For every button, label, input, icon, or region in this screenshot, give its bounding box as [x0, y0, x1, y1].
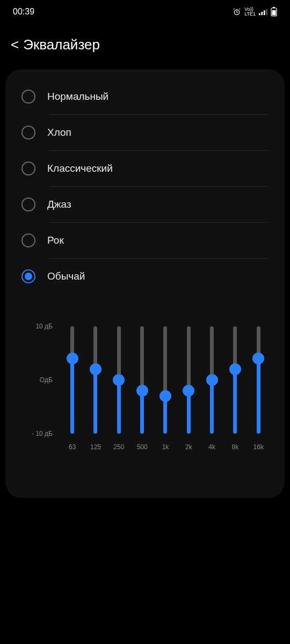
- eq-xlabel: 63: [62, 443, 82, 451]
- radio-custom[interactable]: [21, 269, 35, 283]
- preset-classic[interactable]: Классический: [5, 151, 285, 186]
- eq-sliders: [62, 326, 269, 434]
- eq-y-axis-labels: 10 дБOдБ- 10 дБ: [21, 326, 57, 466]
- eq-band-63[interactable]: [62, 326, 82, 434]
- preset-jazz[interactable]: Джаз: [5, 187, 285, 222]
- eq-thumb[interactable]: [90, 363, 102, 375]
- eq-band-8k[interactable]: [225, 326, 245, 434]
- status-right: Vo))LTE1: [233, 7, 277, 17]
- eq-xlabel: 16k: [249, 443, 269, 451]
- eq-xlabel: 1k: [155, 443, 175, 451]
- eq-ylabel: OдБ: [40, 376, 53, 384]
- eq-xlabel: 4k: [202, 443, 222, 451]
- eq-fill: [233, 369, 237, 434]
- preset-label: Классический: [47, 163, 113, 174]
- alarm-icon: [233, 8, 241, 16]
- svg-rect-4: [266, 9, 267, 16]
- eq-thumb[interactable]: [67, 353, 78, 364]
- preset-rock[interactable]: Рок: [5, 223, 285, 258]
- eq-thumb[interactable]: [252, 353, 264, 364]
- battery-icon: [271, 7, 277, 17]
- eq-fill: [210, 380, 214, 434]
- eq-band-500[interactable]: [132, 326, 152, 434]
- preset-pop[interactable]: Хлоп: [5, 115, 285, 150]
- eq-band-1k[interactable]: [155, 326, 175, 434]
- radio-jazz[interactable]: [21, 197, 35, 211]
- eq-band-125[interactable]: [85, 326, 105, 434]
- eq-fill: [257, 358, 260, 434]
- status-time: 00:39: [13, 7, 34, 17]
- volte-indicator: Vo))LTE1: [244, 7, 256, 17]
- eq-thumb[interactable]: [229, 363, 241, 375]
- eq-band-2k[interactable]: [179, 326, 199, 434]
- preset-normal[interactable]: Нормальный: [5, 79, 285, 114]
- eq-thumb[interactable]: [136, 385, 148, 397]
- signal-icon: [259, 8, 267, 16]
- back-button[interactable]: <: [11, 36, 19, 53]
- eq-fill: [187, 391, 191, 434]
- equalizer-sliders-area: 10 дБOдБ- 10 дБ 631252505001k2k4k8k16k: [5, 326, 285, 466]
- eq-fill: [117, 380, 121, 434]
- radio-inner-icon: [25, 273, 32, 280]
- header: < Эквалайзер: [0, 24, 290, 64]
- preset-label: Джаз: [47, 199, 71, 210]
- preset-custom[interactable]: Обычай: [5, 259, 285, 294]
- radio-rock[interactable]: [21, 233, 35, 247]
- eq-fill: [140, 391, 144, 434]
- eq-fill: [93, 369, 97, 434]
- eq-thumb[interactable]: [160, 390, 171, 402]
- radio-pop[interactable]: [21, 126, 35, 140]
- radio-normal[interactable]: [21, 90, 35, 104]
- eq-band-16k[interactable]: [249, 326, 269, 434]
- eq-ylabel: 10 дБ: [35, 323, 53, 330]
- preset-label: Рок: [47, 235, 64, 246]
- eq-thumb[interactable]: [183, 385, 194, 397]
- radio-classic[interactable]: [21, 162, 35, 175]
- svg-rect-2: [261, 12, 263, 15]
- page-title: Эквалайзер: [23, 36, 100, 53]
- eq-band-250[interactable]: [109, 326, 129, 434]
- preset-list: НормальныйХлопКлассическийДжазРокОбычай: [5, 79, 285, 294]
- equalizer-panel: НормальныйХлопКлассическийДжазРокОбычай …: [5, 69, 285, 498]
- eq-xlabel: 500: [132, 443, 152, 451]
- svg-rect-1: [259, 13, 260, 16]
- preset-label: Нормальный: [47, 91, 108, 103]
- svg-rect-7: [272, 10, 276, 16]
- status-bar: 00:39 Vo))LTE1: [0, 0, 290, 24]
- eq-x-axis-labels: 631252505001k2k4k8k16k: [62, 443, 269, 451]
- preset-label: Обычай: [47, 270, 85, 282]
- eq-xlabel: 250: [109, 443, 129, 451]
- eq-thumb[interactable]: [206, 374, 218, 386]
- eq-fill: [70, 358, 74, 434]
- eq-xlabel: 2k: [179, 443, 199, 451]
- eq-xlabel: 125: [85, 443, 105, 451]
- preset-label: Хлоп: [47, 127, 71, 138]
- eq-ylabel: - 10 дБ: [32, 430, 53, 437]
- svg-rect-3: [264, 10, 265, 15]
- eq-xlabel: 8k: [225, 443, 245, 451]
- eq-thumb[interactable]: [113, 374, 125, 386]
- eq-band-4k[interactable]: [202, 326, 222, 434]
